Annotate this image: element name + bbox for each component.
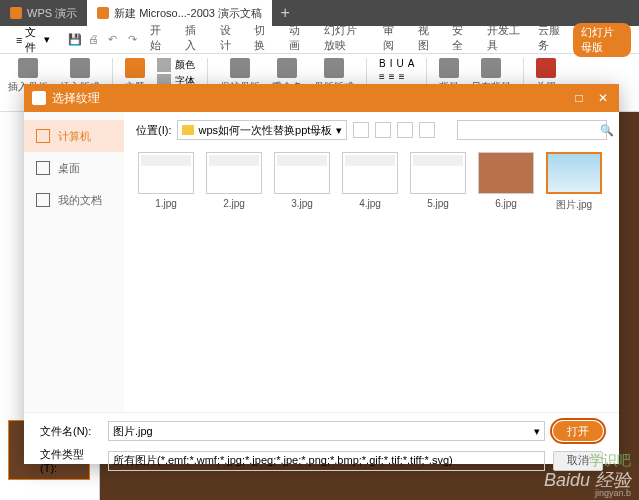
filetype-dropdown[interactable]: 所有图片(*.emf;*.wmf;*.jpg;*.jpeg;*.jpe;*.pn… bbox=[108, 451, 545, 471]
save-bg-icon bbox=[481, 58, 501, 78]
palette-icon bbox=[157, 58, 171, 72]
save-icon[interactable]: 💾 bbox=[68, 33, 82, 47]
folder-icon bbox=[182, 125, 194, 135]
sidebar-item-documents[interactable]: 我的文档 bbox=[24, 184, 124, 216]
file-dialog: 选择纹理 □ ✕ 计算机 桌面 我的文档 位置(I): bbox=[24, 84, 619, 464]
view-icon[interactable] bbox=[419, 122, 435, 138]
add-tab-button[interactable]: + bbox=[272, 4, 298, 22]
file-thumbnail bbox=[138, 152, 194, 194]
back-icon[interactable] bbox=[353, 122, 369, 138]
number-icon[interactable]: ≡ bbox=[389, 71, 395, 82]
new-folder-icon[interactable] bbox=[397, 122, 413, 138]
lock-icon bbox=[230, 58, 250, 78]
print-icon[interactable]: 🖨 bbox=[88, 33, 102, 47]
dialog-footer: 文件名(N): 图片.jpg▾ 打开 文件类型(T): 所有图片(*.emf;*… bbox=[24, 412, 619, 488]
tab-cloud[interactable]: 云服务 bbox=[530, 23, 571, 57]
documents-icon bbox=[36, 193, 50, 207]
undo-icon[interactable]: ↶ bbox=[108, 33, 122, 47]
tab-label: 新建 Microso...-2003 演示文稿 bbox=[114, 6, 262, 21]
app-tab-wps[interactable]: WPS 演示 bbox=[0, 0, 87, 26]
close-icon bbox=[536, 58, 556, 78]
tab-label: WPS 演示 bbox=[27, 6, 77, 21]
text-color-icon[interactable]: A bbox=[408, 58, 415, 69]
layout-icon bbox=[324, 58, 344, 78]
sidebar-item-desktop[interactable]: 桌面 bbox=[24, 152, 124, 184]
search-input[interactable] bbox=[462, 124, 600, 136]
tab-developer[interactable]: 开发工具 bbox=[479, 23, 528, 57]
bullet-icon[interactable]: ≡ bbox=[379, 71, 385, 82]
location-tools bbox=[353, 122, 435, 138]
color-button[interactable]: 颜色 bbox=[157, 58, 195, 72]
tab-review[interactable]: 审阅 bbox=[375, 23, 408, 57]
dialog-main: 位置(I): wps如何一次性替换ppt母板 ▾ 🔍 bbox=[124, 112, 619, 412]
file-item[interactable]: 2.jpg bbox=[204, 152, 264, 212]
tab-animation[interactable]: 动画 bbox=[281, 23, 314, 57]
file-thumbnail bbox=[478, 152, 534, 194]
insert-master-icon bbox=[18, 58, 38, 78]
file-thumbnail bbox=[206, 152, 262, 194]
file-menu[interactable]: ≡ 文件 ▾ bbox=[8, 25, 58, 55]
dialog-window-controls: □ ✕ bbox=[571, 90, 611, 106]
tab-master-mode[interactable]: 幻灯片母版 bbox=[573, 23, 631, 57]
ribbon-tabs: 开始 插入 设计 切换 动画 幻灯片放映 审阅 视图 安全 开发工具 云服务 幻… bbox=[142, 23, 631, 57]
quick-access-toolbar: 💾 🖨 ↶ ↷ bbox=[68, 33, 142, 47]
watermark-url: jingyan.b bbox=[595, 488, 631, 498]
underline-icon[interactable]: U bbox=[396, 58, 403, 69]
file-item[interactable]: 6.jpg bbox=[476, 152, 536, 212]
maximize-icon[interactable]: □ bbox=[571, 90, 587, 106]
location-bar: 位置(I): wps如何一次性替换ppt母板 ▾ 🔍 bbox=[136, 120, 607, 140]
filetype-label: 文件类型(T): bbox=[40, 447, 100, 474]
insert-layout-icon bbox=[70, 58, 90, 78]
dialog-titlebar[interactable]: 选择纹理 □ ✕ bbox=[24, 84, 619, 112]
bold-icon[interactable]: B bbox=[379, 58, 386, 69]
search-box[interactable]: 🔍 bbox=[457, 120, 607, 140]
location-dropdown[interactable]: wps如何一次性替换ppt母板 ▾ bbox=[177, 120, 347, 140]
file-thumbnail bbox=[274, 152, 330, 194]
menubar: ≡ 文件 ▾ 💾 🖨 ↶ ↷ 开始 插入 设计 切换 动画 幻灯片放映 审阅 视… bbox=[0, 26, 639, 54]
indent-icon[interactable]: ≡ bbox=[399, 71, 405, 82]
rename-icon bbox=[277, 58, 297, 78]
file-item[interactable]: 3.jpg bbox=[272, 152, 332, 212]
tab-start[interactable]: 开始 bbox=[142, 23, 175, 57]
dialog-title-text: 选择纹理 bbox=[52, 90, 100, 107]
doc-icon bbox=[97, 7, 109, 19]
open-button[interactable]: 打开 bbox=[553, 421, 603, 441]
up-icon[interactable] bbox=[375, 122, 391, 138]
close-icon[interactable]: ✕ bbox=[595, 90, 611, 106]
wps-icon bbox=[10, 7, 22, 19]
dialog-icon bbox=[32, 91, 46, 105]
chevron-down-icon: ▾ bbox=[534, 425, 540, 438]
desktop-icon bbox=[36, 161, 50, 175]
file-item-selected[interactable]: 图片.jpg bbox=[544, 152, 604, 212]
computer-icon bbox=[36, 129, 50, 143]
italic-icon[interactable]: I bbox=[390, 58, 393, 69]
file-thumbnail bbox=[410, 152, 466, 194]
tab-security[interactable]: 安全 bbox=[444, 23, 477, 57]
theme-icon bbox=[125, 58, 145, 78]
dialog-body: 计算机 桌面 我的文档 位置(I): wps如何一次性替换ppt母板 ▾ bbox=[24, 112, 619, 412]
sidebar-item-computer[interactable]: 计算机 bbox=[24, 120, 124, 152]
search-icon[interactable]: 🔍 bbox=[600, 124, 614, 137]
file-item[interactable]: 5.jpg bbox=[408, 152, 468, 212]
tab-design[interactable]: 设计 bbox=[212, 23, 245, 57]
background-icon bbox=[439, 58, 459, 78]
chevron-down-icon: ▾ bbox=[336, 124, 342, 137]
tab-view[interactable]: 视图 bbox=[410, 23, 443, 57]
tab-slideshow[interactable]: 幻灯片放映 bbox=[316, 23, 374, 57]
file-thumbnail bbox=[546, 152, 602, 194]
filename-label: 文件名(N): bbox=[40, 424, 100, 439]
tab-transition[interactable]: 切换 bbox=[246, 23, 279, 57]
file-item[interactable]: 4.jpg bbox=[340, 152, 400, 212]
dialog-sidebar: 计算机 桌面 我的文档 bbox=[24, 112, 124, 412]
location-label: 位置(I): bbox=[136, 123, 171, 138]
file-item[interactable]: 1.jpg bbox=[136, 152, 196, 212]
filename-input[interactable]: 图片.jpg▾ bbox=[108, 421, 545, 441]
file-thumbnail bbox=[342, 152, 398, 194]
tab-insert[interactable]: 插入 bbox=[177, 23, 210, 57]
file-grid: 1.jpg 2.jpg 3.jpg 4.jpg 5.jpg 6.jpg 图片.j… bbox=[136, 152, 607, 212]
redo-icon[interactable]: ↷ bbox=[128, 33, 142, 47]
